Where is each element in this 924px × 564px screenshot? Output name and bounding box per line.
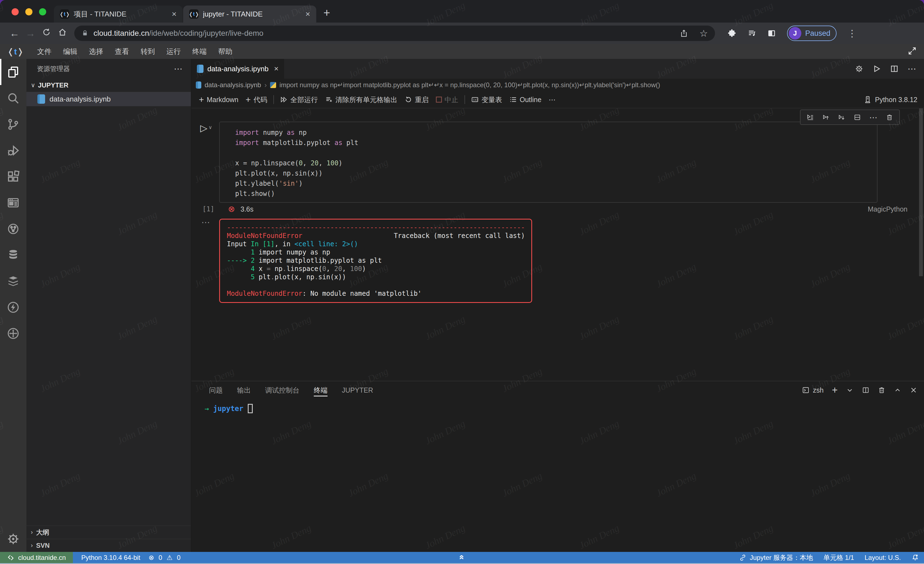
manage-gear-icon[interactable] [0, 526, 26, 552]
minimize-window-button[interactable] [25, 8, 33, 15]
terminal-shell-chip[interactable]: zsh [802, 386, 824, 394]
split-terminal-icon[interactable] [862, 386, 870, 394]
activitybar-run-debug-icon[interactable] [0, 137, 26, 164]
close-editor-tab-icon[interactable]: × [274, 65, 279, 73]
remote-indicator[interactable]: cloud.titanide.cn [0, 552, 73, 563]
interrupt-button[interactable]: 中止 [432, 95, 462, 104]
maximize-panel-chevron-icon[interactable] [894, 386, 902, 394]
zoom-window-button[interactable] [39, 8, 46, 15]
back-icon[interactable]: ← [7, 27, 22, 39]
menu-terminal[interactable]: 终端 [186, 47, 212, 56]
profile-pill[interactable]: J Paused [787, 26, 837, 41]
execute-above-icon[interactable] [822, 114, 830, 121]
add-markdown-button[interactable]: + Markdown [195, 95, 242, 104]
panel-tab-problems[interactable]: 问题 [209, 381, 223, 399]
cell-editor[interactable]: import numpy as npimport matplotlib.pypl… [219, 122, 878, 203]
menu-selection[interactable]: 选择 [83, 47, 109, 56]
sidebar-section-svn[interactable]: › SVN [26, 539, 191, 552]
browser-tab-project[interactable]: ❬t❭ 项目 - TITANIDE × [54, 6, 183, 23]
activitybar-power-icon[interactable] [0, 294, 26, 320]
side-panel-toggle-icon[interactable] [767, 29, 776, 38]
problems-item[interactable]: ⊗0 ⚠0 [148, 554, 182, 561]
clear-outputs-button[interactable]: 清除所有单元格输出 [321, 95, 401, 104]
split-editor-icon[interactable] [890, 65, 899, 73]
kernel-picker[interactable]: Python 3.8.12 [864, 95, 924, 104]
editor-scrollbar[interactable] [919, 108, 923, 276]
toolbar-more-button[interactable]: ⋯ [545, 96, 559, 104]
fullscreen-icon[interactable] [908, 46, 917, 57]
new-tab-button[interactable]: + [323, 7, 330, 19]
lock-icon [81, 30, 88, 37]
breadcrumb-file[interactable]: data-analysis.ipynb [205, 81, 261, 89]
home-icon[interactable] [54, 27, 70, 39]
menu-view[interactable]: 查看 [109, 47, 135, 56]
activitybar-source-control-icon[interactable] [0, 111, 26, 137]
menu-go[interactable]: 转到 [135, 47, 160, 56]
notifications-bell-icon[interactable] [911, 554, 919, 561]
activitybar-ports-icon[interactable] [0, 320, 26, 346]
activitybar-redis-icon[interactable] [0, 268, 26, 294]
tab-title: 项目 - TITANIDE [74, 9, 168, 19]
activitybar-search-icon[interactable] [0, 85, 26, 111]
editor-more-icon[interactable]: ⋯ [908, 63, 916, 74]
run-all-button[interactable]: 全部运行 [276, 95, 321, 104]
activitybar-git-graph-icon[interactable] [0, 216, 26, 242]
outline-button[interactable]: Outline [506, 96, 545, 104]
close-window-button[interactable] [12, 8, 19, 15]
bookmark-star-icon[interactable]: ☆ [700, 29, 708, 38]
activitybar-webview-icon[interactable] [0, 190, 26, 216]
execute-below-icon[interactable] [838, 114, 845, 121]
restart-button[interactable]: 重启 [401, 95, 432, 104]
file-row-data-analysis[interactable]: data-analysis.ipynb [26, 92, 191, 106]
reload-icon[interactable] [39, 27, 54, 39]
terminal-body[interactable]: → jupyter [191, 399, 924, 413]
activitybar-explorer-icon[interactable] [0, 59, 26, 85]
breadcrumb-code-preview[interactable]: import numpy as np↵import matplotlib.pyp… [279, 81, 660, 89]
fold-double-chevron-up-icon[interactable]: « [457, 555, 467, 560]
delete-cell-trash-icon[interactable] [886, 114, 893, 121]
address-bar[interactable]: cloud.titanide.cn/ide/web/coding/jupyter… [74, 26, 715, 41]
split-cell-icon[interactable] [854, 114, 861, 121]
editor-tab-data-analysis[interactable]: data-analysis.ipynb × [191, 59, 284, 79]
reading-list-icon[interactable] [747, 29, 756, 38]
sidebar-more-icon[interactable]: ⋯ [174, 63, 183, 74]
panel-tab-jupyter[interactable]: JUPYTER [342, 381, 373, 399]
close-panel-icon[interactable] [910, 386, 917, 394]
menu-file[interactable]: 文件 [32, 47, 57, 56]
variables-button[interactable]: (x) 变量表 [468, 95, 506, 104]
run-cell-button[interactable]: ▷ ∨ [200, 123, 219, 132]
activitybar-database-icon[interactable] [0, 242, 26, 268]
panel-tab-output[interactable]: 输出 [237, 381, 251, 399]
new-terminal-icon[interactable]: + [832, 385, 838, 395]
forward-icon[interactable]: → [22, 27, 39, 39]
notebook-canvas: ⋯ ▷ ∨ import numpy as npimport matplotli… [191, 108, 924, 381]
sidebar-section-outline[interactable]: › 大纲 [26, 525, 191, 539]
cell-more-icon[interactable]: ⋯ [869, 113, 878, 122]
menu-edit[interactable]: 编辑 [57, 47, 83, 56]
close-tab-icon[interactable]: × [172, 9, 177, 19]
run-all-play-icon[interactable] [872, 65, 881, 73]
activitybar-extensions-icon[interactable] [0, 164, 26, 190]
python-interpreter-item[interactable]: Python 3.10.4 64-bit [81, 554, 140, 561]
layout-item[interactable]: Layout: U.S. [865, 554, 901, 561]
error-status-icon: ⊗ [228, 205, 235, 213]
share-icon[interactable] [680, 29, 688, 38]
cell-indicator-item[interactable]: 单元格 1/1 [824, 553, 854, 562]
extensions-puzzle-icon[interactable] [728, 29, 736, 38]
browser-tab-jupyter[interactable]: ❬t❭ jupyter - TITANIDE × [183, 6, 316, 23]
notebook-settings-gear-icon[interactable] [855, 65, 864, 73]
execute-cell-and-below-icon[interactable] [807, 114, 814, 121]
terminal-dropdown-chevron-icon[interactable] [846, 386, 854, 394]
kill-terminal-trash-icon[interactable] [878, 386, 885, 394]
sidebar-section-jupyter[interactable]: ∨ JUPYTER [26, 79, 191, 92]
menu-run[interactable]: 运行 [160, 47, 186, 56]
panel-tab-terminal[interactable]: 终端 [314, 381, 327, 399]
panel-tab-debug-console[interactable]: 调试控制台 [265, 381, 300, 399]
close-tab-icon[interactable]: × [305, 9, 310, 19]
output-more-icon[interactable]: ⋯ [201, 217, 210, 227]
jupyter-server-item[interactable]: Jupyter 服务器：本地 [739, 553, 813, 562]
add-code-button[interactable]: + 代码 [242, 95, 271, 104]
cell-language-indicator[interactable]: MagicPython [868, 205, 908, 213]
browser-menu-icon[interactable]: ⋮ [848, 28, 857, 39]
menu-help[interactable]: 帮助 [212, 47, 238, 56]
